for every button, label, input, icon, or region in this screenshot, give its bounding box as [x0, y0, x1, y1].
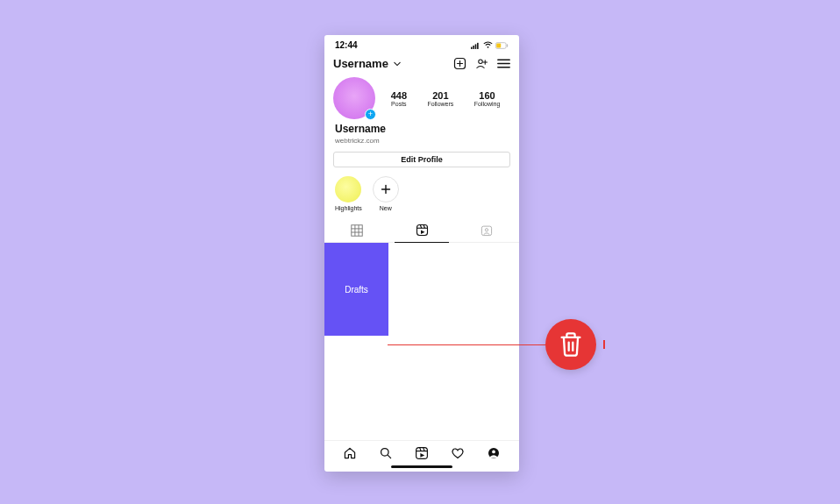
status-bar: 12:44 [324, 35, 519, 52]
edit-profile-button[interactable]: Edit Profile [333, 152, 510, 167]
nav-profile-icon[interactable] [487, 446, 501, 460]
svg-point-37 [493, 451, 496, 454]
posts-label: Posts [391, 101, 407, 107]
highlight-cover [335, 176, 361, 202]
stat-posts[interactable]: 448 Posts [391, 90, 407, 107]
highlight-new[interactable]: New [373, 176, 399, 211]
stat-following[interactable]: 160 Following [474, 90, 501, 107]
phone-frame: 12:44 Username + [324, 35, 519, 472]
bottom-nav [324, 440, 519, 464]
delete-callout [545, 319, 596, 370]
svg-point-30 [381, 449, 388, 456]
highlight-label: Highlights [335, 205, 362, 211]
chevron-down-icon[interactable] [394, 61, 401, 67]
discover-people-icon[interactable] [475, 57, 488, 70]
website-link[interactable]: webtrickz.com [324, 135, 519, 150]
tab-tagged[interactable] [454, 218, 519, 242]
highlight-new-label: New [380, 205, 392, 211]
home-indicator [391, 465, 452, 468]
trash-icon [559, 331, 583, 358]
profile-summary: + 448 Posts 201 Followers 160 Following [324, 74, 519, 119]
following-label: Following [474, 101, 501, 107]
status-time: 12:44 [335, 40, 358, 50]
svg-rect-24 [416, 225, 427, 236]
nav-search-icon[interactable] [379, 446, 393, 460]
drafts-label: Drafts [345, 285, 368, 295]
followers-count: 201 [427, 90, 453, 101]
callout-line [388, 344, 545, 345]
svg-point-4 [488, 46, 489, 48]
reels-icon [416, 224, 429, 237]
stat-followers[interactable]: 201 Followers [427, 90, 453, 107]
profile-tabs [324, 218, 519, 243]
nav-activity-icon[interactable] [451, 446, 465, 460]
wifi-icon [483, 41, 493, 49]
battery-icon [495, 42, 509, 49]
tab-reels[interactable] [389, 218, 454, 242]
svg-line-31 [388, 455, 390, 458]
signal-icon [471, 42, 481, 49]
menu-icon[interactable] [497, 58, 510, 69]
nav-reels-icon[interactable] [415, 446, 429, 460]
svg-point-29 [485, 228, 488, 231]
svg-point-11 [479, 60, 483, 64]
tagged-icon [481, 224, 493, 237]
header-username[interactable]: Username [333, 57, 388, 70]
display-name: Username [324, 119, 519, 135]
svg-rect-19 [352, 224, 362, 235]
highlight-item[interactable]: Highlights [335, 176, 362, 211]
highlights-row: Highlights New [324, 173, 519, 213]
following-count: 160 [474, 90, 501, 101]
nav-home-icon[interactable] [343, 446, 357, 460]
svg-rect-1 [473, 46, 474, 49]
followers-label: Followers [427, 101, 453, 107]
svg-rect-28 [481, 226, 491, 236]
svg-rect-2 [475, 44, 477, 49]
grid-icon [351, 224, 363, 237]
plus-icon [373, 176, 399, 202]
content-area: Drafts [324, 243, 519, 440]
drafts-tile[interactable]: Drafts [324, 243, 388, 336]
tab-grid[interactable] [324, 218, 389, 242]
profile-header: Username [324, 52, 519, 74]
avatar[interactable]: + [333, 77, 375, 119]
posts-count: 448 [391, 90, 407, 101]
svg-rect-32 [416, 448, 428, 459]
svg-rect-3 [477, 42, 479, 48]
create-post-icon[interactable] [453, 57, 466, 70]
svg-rect-6 [507, 44, 508, 46]
add-story-icon[interactable]: + [365, 109, 376, 120]
callout-tick [603, 340, 605, 349]
svg-rect-0 [471, 46, 473, 48]
status-indicators [471, 41, 509, 49]
svg-rect-7 [496, 43, 501, 47]
